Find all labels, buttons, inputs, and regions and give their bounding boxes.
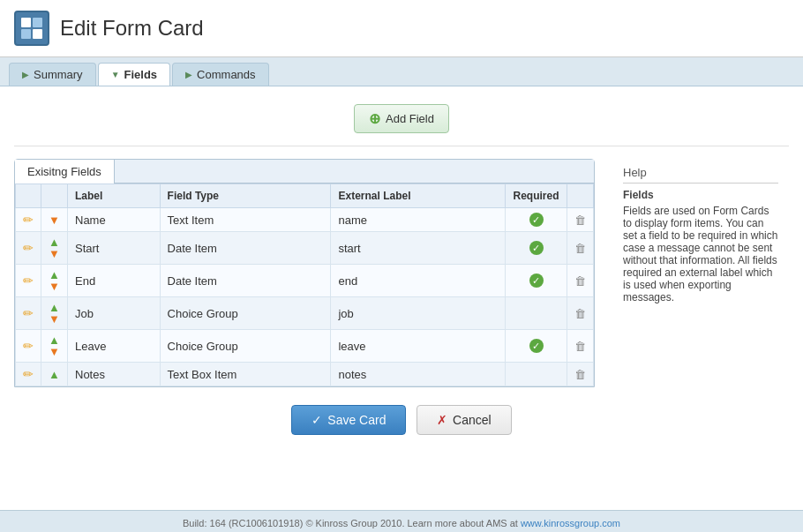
page-title: Edit Form Card bbox=[60, 16, 204, 41]
delete-icon[interactable]: 🗑 bbox=[574, 274, 586, 288]
table-row: ✏▲▼EndDate Itemend✓🗑 bbox=[16, 265, 594, 297]
existing-fields-panel: Exisitng Fields Label Field Type Externa… bbox=[14, 159, 595, 387]
fields-section: Exisitng Fields Label Field Type Externa… bbox=[14, 159, 789, 387]
label-cell: Notes bbox=[68, 363, 161, 386]
edit-cell: ✏ bbox=[16, 265, 41, 297]
col-header-delete bbox=[567, 184, 594, 208]
field-type-cell: Date Item bbox=[160, 232, 331, 265]
external-label-cell: start bbox=[331, 232, 506, 265]
footer-link[interactable]: www.kinrossgroup.com bbox=[521, 518, 620, 528]
add-field-label: Add Field bbox=[386, 112, 434, 125]
external-label-cell: name bbox=[331, 208, 506, 232]
fields-table: Label Field Type External Label Required… bbox=[15, 184, 594, 386]
label-cell: Name bbox=[68, 208, 161, 232]
down-arrow-icon[interactable]: ▼ bbox=[49, 313, 60, 325]
table-row: ✏▲▼JobChoice Groupjob🗑 bbox=[16, 297, 594, 330]
add-field-bar: ⊕ Add Field bbox=[14, 97, 789, 146]
label-cell: Start bbox=[68, 232, 161, 265]
down-arrow-icon[interactable]: ▼ bbox=[49, 248, 60, 259]
svg-rect-0 bbox=[21, 18, 31, 27]
tab-commands[interactable]: ▶ Commands bbox=[172, 63, 268, 86]
svg-rect-3 bbox=[33, 29, 42, 39]
nav-tabs: ▶ Summary ▼ Fields ▶ Commands bbox=[0, 57, 803, 86]
existing-fields-tab[interactable]: Exisitng Fields bbox=[15, 160, 115, 184]
main-content: ⊕ Add Field Exisitng Fields Label Field bbox=[0, 86, 803, 510]
down-arrow-icon[interactable]: ▼ bbox=[49, 214, 60, 226]
page-header: Edit Form Card bbox=[0, 0, 803, 57]
edit-cell: ✏ bbox=[16, 208, 41, 232]
edit-icon[interactable]: ✏ bbox=[23, 241, 34, 255]
required-cell: ✓ bbox=[506, 232, 567, 265]
table-row: ✏▲NotesText Box Itemnotes🗑 bbox=[16, 363, 594, 386]
col-header-field-type: Field Type bbox=[160, 184, 331, 208]
tab-commands-arrow: ▶ bbox=[185, 70, 192, 79]
delete-cell: 🗑 bbox=[567, 363, 594, 386]
svg-rect-2 bbox=[21, 29, 31, 39]
required-check-icon: ✓ bbox=[529, 273, 544, 288]
delete-cell: 🗑 bbox=[567, 232, 594, 265]
required-check-icon: ✓ bbox=[529, 213, 544, 227]
order-cell: ▲▼ bbox=[41, 297, 68, 330]
down-arrow-icon[interactable]: ▼ bbox=[49, 281, 60, 292]
save-button[interactable]: ✓ Save Card bbox=[291, 405, 406, 435]
required-check-icon: ✓ bbox=[529, 339, 544, 353]
footer-text: Build: 164 (RC1006101918) © Kinross Grou… bbox=[183, 518, 518, 528]
edit-icon[interactable]: ✏ bbox=[23, 339, 34, 353]
delete-icon[interactable]: 🗑 bbox=[574, 242, 586, 255]
help-text: Fields are used on Form Cards to display… bbox=[623, 205, 777, 303]
required-cell: ✓ bbox=[506, 265, 567, 297]
col-header-order bbox=[41, 184, 68, 208]
order-cell: ▲ bbox=[41, 363, 68, 386]
delete-cell: 🗑 bbox=[567, 330, 594, 363]
footer-actions: ✓ Save Card ✗ Cancel bbox=[14, 387, 789, 449]
up-arrow-icon[interactable]: ▲ bbox=[49, 369, 60, 380]
tab-fields-arrow: ▼ bbox=[111, 70, 120, 79]
tab-summary[interactable]: ▶ Summary bbox=[9, 63, 96, 86]
save-label: Save Card bbox=[327, 413, 386, 427]
label-cell: Job bbox=[68, 297, 161, 330]
help-section-title: Fields bbox=[623, 189, 778, 201]
field-type-cell: Date Item bbox=[160, 265, 331, 297]
cancel-x-icon: ✗ bbox=[437, 413, 447, 427]
tab-panel-header: Exisitng Fields bbox=[15, 160, 594, 184]
edit-cell: ✏ bbox=[16, 330, 41, 363]
table-row: ✏▲▼LeaveChoice Groupleave✓🗑 bbox=[16, 330, 594, 363]
edit-icon[interactable]: ✏ bbox=[23, 273, 34, 288]
tab-summary-label: Summary bbox=[34, 68, 83, 81]
tab-fields[interactable]: ▼ Fields bbox=[98, 63, 170, 86]
col-header-edit bbox=[16, 184, 41, 208]
delete-cell: 🗑 bbox=[567, 208, 594, 232]
table-row: ✏▲▼StartDate Itemstart✓🗑 bbox=[16, 232, 594, 265]
order-cell: ▲▼ bbox=[41, 330, 68, 363]
edit-icon[interactable]: ✏ bbox=[23, 306, 34, 320]
table-row: ✏▼NameText Itemname✓🗑 bbox=[16, 208, 594, 232]
app-logo bbox=[14, 11, 49, 46]
svg-rect-1 bbox=[33, 18, 42, 27]
required-cell: ✓ bbox=[506, 330, 567, 363]
delete-icon[interactable]: 🗑 bbox=[574, 307, 586, 320]
tab-summary-arrow: ▶ bbox=[22, 70, 29, 79]
delete-cell: 🗑 bbox=[567, 297, 594, 330]
save-check-icon: ✓ bbox=[311, 413, 322, 427]
external-label-cell: leave bbox=[331, 330, 506, 363]
delete-icon[interactable]: 🗑 bbox=[574, 340, 586, 353]
delete-icon[interactable]: 🗑 bbox=[574, 368, 586, 381]
order-cell: ▲▼ bbox=[41, 265, 68, 297]
delete-icon[interactable]: 🗑 bbox=[574, 214, 586, 227]
order-cell: ▼ bbox=[41, 208, 68, 232]
external-label-cell: notes bbox=[331, 363, 506, 386]
col-header-external-label: External Label bbox=[331, 184, 506, 208]
fields-main: Exisitng Fields Label Field Type Externa… bbox=[14, 159, 595, 387]
edit-icon[interactable]: ✏ bbox=[23, 367, 34, 381]
edit-cell: ✏ bbox=[16, 297, 41, 330]
cancel-button[interactable]: ✗ Cancel bbox=[417, 405, 512, 435]
label-cell: End bbox=[68, 265, 161, 297]
order-cell: ▲▼ bbox=[41, 232, 68, 265]
add-field-button[interactable]: ⊕ Add Field bbox=[354, 104, 449, 133]
edit-icon[interactable]: ✏ bbox=[23, 213, 34, 227]
edit-cell: ✏ bbox=[16, 363, 41, 386]
edit-cell: ✏ bbox=[16, 232, 41, 265]
tab-fields-label: Fields bbox=[124, 68, 158, 81]
col-header-label: Label bbox=[68, 184, 161, 208]
down-arrow-icon[interactable]: ▼ bbox=[49, 346, 60, 357]
